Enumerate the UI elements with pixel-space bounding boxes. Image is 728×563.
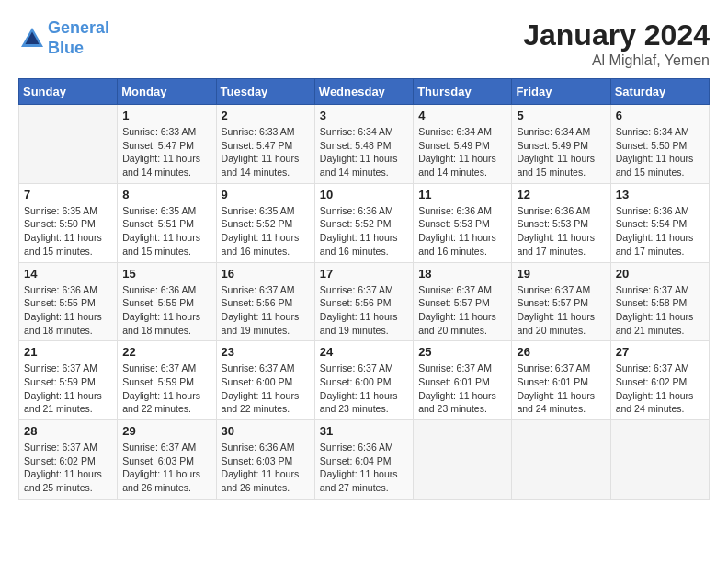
day-number: 16 xyxy=(222,267,310,281)
calendar-cell: 2Sunrise: 6:33 AMSunset: 5:47 PMDaylight… xyxy=(216,105,314,184)
calendar-cell: 5Sunrise: 6:34 AMSunset: 5:49 PMDaylight… xyxy=(512,105,610,184)
day-info: Sunrise: 6:35 AMSunset: 5:50 PMDaylight:… xyxy=(24,204,112,259)
day-number: 18 xyxy=(418,267,506,281)
title-block: January 2024 Al Mighlaf, Yemen xyxy=(523,18,710,69)
day-number: 23 xyxy=(222,345,310,359)
day-info: Sunrise: 6:36 AMSunset: 5:54 PMDaylight:… xyxy=(616,204,704,259)
day-number: 5 xyxy=(517,109,605,122)
week-row-4: 21Sunrise: 6:37 AMSunset: 5:59 PMDayligh… xyxy=(19,341,710,420)
calendar-cell xyxy=(512,420,610,500)
day-number: 12 xyxy=(517,188,605,201)
calendar-cell: 25Sunrise: 6:37 AMSunset: 6:01 PMDayligh… xyxy=(414,341,512,420)
day-number: 14 xyxy=(24,267,112,281)
weekday-header-friday: Friday xyxy=(512,79,610,105)
weekday-header-saturday: Saturday xyxy=(610,79,709,105)
day-number: 11 xyxy=(418,188,506,201)
day-number: 2 xyxy=(222,109,310,122)
calendar-cell: 17Sunrise: 6:37 AMSunset: 5:56 PMDayligh… xyxy=(314,262,413,341)
week-row-2: 7Sunrise: 6:35 AMSunset: 5:50 PMDaylight… xyxy=(19,183,710,262)
logo-text: General Blue xyxy=(48,18,109,58)
calendar-cell: 20Sunrise: 6:37 AMSunset: 5:58 PMDayligh… xyxy=(610,262,709,341)
calendar-cell: 9Sunrise: 6:35 AMSunset: 5:52 PMDaylight… xyxy=(216,183,314,262)
day-number: 8 xyxy=(122,188,210,201)
day-info: Sunrise: 6:33 AMSunset: 5:47 PMDaylight:… xyxy=(222,125,310,179)
calendar-cell: 4Sunrise: 6:34 AMSunset: 5:49 PMDaylight… xyxy=(414,105,512,184)
day-number: 24 xyxy=(320,345,408,359)
calendar-cell: 1Sunrise: 6:33 AMSunset: 5:47 PMDaylight… xyxy=(118,105,216,184)
calendar-cell: 30Sunrise: 6:36 AMSunset: 6:03 PMDayligh… xyxy=(216,420,314,500)
day-number: 20 xyxy=(616,267,704,281)
calendar-cell: 3Sunrise: 6:34 AMSunset: 5:48 PMDaylight… xyxy=(314,105,413,184)
calendar-cell: 16Sunrise: 6:37 AMSunset: 5:56 PMDayligh… xyxy=(216,262,314,341)
day-number: 3 xyxy=(320,109,408,122)
day-info: Sunrise: 6:37 AMSunset: 5:58 PMDaylight:… xyxy=(616,283,704,338)
day-number: 6 xyxy=(616,109,704,122)
calendar-cell: 26Sunrise: 6:37 AMSunset: 6:01 PMDayligh… xyxy=(512,341,610,420)
calendar-cell xyxy=(610,420,709,500)
day-info: Sunrise: 6:35 AMSunset: 5:51 PMDaylight:… xyxy=(122,204,210,259)
calendar-cell: 15Sunrise: 6:36 AMSunset: 5:55 PMDayligh… xyxy=(118,262,216,341)
calendar-cell: 22Sunrise: 6:37 AMSunset: 5:59 PMDayligh… xyxy=(118,341,216,420)
day-number: 1 xyxy=(122,109,210,122)
day-info: Sunrise: 6:37 AMSunset: 5:59 PMDaylight:… xyxy=(24,362,112,416)
day-info: Sunrise: 6:36 AMSunset: 5:53 PMDaylight:… xyxy=(418,204,506,259)
calendar-cell: 8Sunrise: 6:35 AMSunset: 5:51 PMDaylight… xyxy=(118,183,216,262)
logo-icon xyxy=(18,25,46,52)
calendar-cell: 18Sunrise: 6:37 AMSunset: 5:57 PMDayligh… xyxy=(414,262,512,341)
calendar-cell: 13Sunrise: 6:36 AMSunset: 5:54 PMDayligh… xyxy=(610,183,709,262)
day-number: 15 xyxy=(122,267,210,281)
day-info: Sunrise: 6:36 AMSunset: 6:03 PMDaylight:… xyxy=(222,441,310,495)
weekday-header-sunday: Sunday xyxy=(19,79,118,105)
day-info: Sunrise: 6:33 AMSunset: 5:47 PMDaylight:… xyxy=(122,125,210,179)
day-info: Sunrise: 6:36 AMSunset: 5:52 PMDaylight:… xyxy=(320,204,408,259)
calendar-cell: 6Sunrise: 6:34 AMSunset: 5:50 PMDaylight… xyxy=(610,105,709,184)
day-number: 26 xyxy=(517,345,605,359)
day-info: Sunrise: 6:36 AMSunset: 5:55 PMDaylight:… xyxy=(122,283,210,338)
day-info: Sunrise: 6:36 AMSunset: 5:53 PMDaylight:… xyxy=(517,204,605,259)
calendar-cell: 28Sunrise: 6:37 AMSunset: 6:02 PMDayligh… xyxy=(19,420,118,500)
day-info: Sunrise: 6:37 AMSunset: 5:57 PMDaylight:… xyxy=(418,283,506,338)
day-number: 17 xyxy=(320,267,408,281)
calendar-cell: 27Sunrise: 6:37 AMSunset: 6:02 PMDayligh… xyxy=(610,341,709,420)
day-number: 7 xyxy=(24,188,112,201)
calendar-cell xyxy=(19,105,118,184)
day-number: 19 xyxy=(517,267,605,281)
calendar-cell: 19Sunrise: 6:37 AMSunset: 5:57 PMDayligh… xyxy=(512,262,610,341)
day-number: 13 xyxy=(616,188,704,201)
day-info: Sunrise: 6:34 AMSunset: 5:49 PMDaylight:… xyxy=(517,125,605,179)
calendar-cell: 23Sunrise: 6:37 AMSunset: 6:00 PMDayligh… xyxy=(216,341,314,420)
day-info: Sunrise: 6:37 AMSunset: 6:02 PMDaylight:… xyxy=(616,362,704,416)
day-number: 9 xyxy=(222,188,310,201)
day-info: Sunrise: 6:37 AMSunset: 6:00 PMDaylight:… xyxy=(222,362,310,416)
weekday-header-tuesday: Tuesday xyxy=(216,79,314,105)
day-info: Sunrise: 6:36 AMSunset: 6:04 PMDaylight:… xyxy=(320,441,408,495)
week-row-1: 1Sunrise: 6:33 AMSunset: 5:47 PMDaylight… xyxy=(19,105,710,184)
day-info: Sunrise: 6:37 AMSunset: 5:56 PMDaylight:… xyxy=(222,283,310,338)
day-info: Sunrise: 6:36 AMSunset: 5:55 PMDaylight:… xyxy=(24,283,112,338)
calendar-cell: 21Sunrise: 6:37 AMSunset: 5:59 PMDayligh… xyxy=(19,341,118,420)
day-info: Sunrise: 6:37 AMSunset: 6:02 PMDaylight:… xyxy=(24,441,112,495)
page-header: General Blue January 2024 Al Mighlaf, Ye… xyxy=(18,18,710,69)
weekday-header-monday: Monday xyxy=(118,79,216,105)
day-info: Sunrise: 6:34 AMSunset: 5:50 PMDaylight:… xyxy=(616,125,704,179)
weekday-header-row: SundayMondayTuesdayWednesdayThursdayFrid… xyxy=(19,79,710,105)
day-number: 30 xyxy=(222,424,310,438)
calendar-cell: 29Sunrise: 6:37 AMSunset: 6:03 PMDayligh… xyxy=(118,420,216,500)
calendar-cell: 24Sunrise: 6:37 AMSunset: 6:00 PMDayligh… xyxy=(314,341,413,420)
logo: General Blue xyxy=(18,18,109,58)
day-info: Sunrise: 6:34 AMSunset: 5:48 PMDaylight:… xyxy=(320,125,408,179)
calendar-cell xyxy=(414,420,512,500)
day-info: Sunrise: 6:37 AMSunset: 5:59 PMDaylight:… xyxy=(122,362,210,416)
calendar-cell: 10Sunrise: 6:36 AMSunset: 5:52 PMDayligh… xyxy=(314,183,413,262)
week-row-3: 14Sunrise: 6:36 AMSunset: 5:55 PMDayligh… xyxy=(19,262,710,341)
day-number: 21 xyxy=(24,345,112,359)
day-number: 31 xyxy=(320,424,408,438)
day-number: 10 xyxy=(320,188,408,201)
calendar-table: SundayMondayTuesdayWednesdayThursdayFrid… xyxy=(18,78,710,500)
day-number: 28 xyxy=(24,424,112,438)
calendar-cell: 12Sunrise: 6:36 AMSunset: 5:53 PMDayligh… xyxy=(512,183,610,262)
weekday-header-thursday: Thursday xyxy=(414,79,512,105)
calendar-cell: 11Sunrise: 6:36 AMSunset: 5:53 PMDayligh… xyxy=(414,183,512,262)
weekday-header-wednesday: Wednesday xyxy=(314,79,413,105)
day-info: Sunrise: 6:37 AMSunset: 5:56 PMDaylight:… xyxy=(320,283,408,338)
